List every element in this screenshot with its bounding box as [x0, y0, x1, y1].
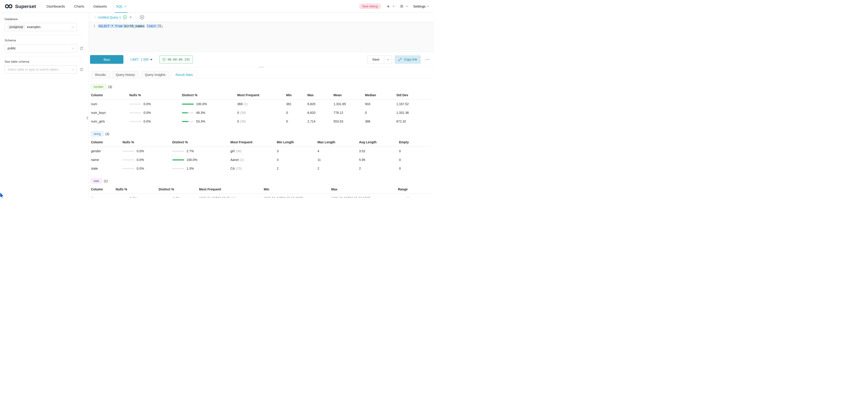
navbar: Superset Dashboards Charts Datasets SQL … — [0, 0, 434, 13]
most-frequent-cell: girl(39) — [230, 147, 277, 155]
most-frequent-cell: Aaron(1) — [230, 155, 277, 164]
resize-handle[interactable] — [257, 67, 266, 68]
query-tab[interactable]: Untitled Query 1 — [91, 13, 135, 22]
stat-value-cell: 361 — [286, 100, 307, 108]
table-header-cell: Min — [264, 185, 331, 194]
timer-value: 00:00:00.192 — [167, 58, 190, 61]
nav-charts[interactable]: Charts — [69, 0, 89, 13]
refresh-schemas-icon[interactable] — [80, 47, 84, 50]
type-badge: string — [91, 131, 103, 136]
database-label: Database — [5, 18, 84, 21]
stat-value-cell: 1,167.52 — [396, 100, 431, 108]
tab-query-history[interactable]: Query history — [112, 71, 139, 79]
schema-select[interactable]: public — [5, 44, 77, 52]
sql-editor[interactable]: 1 SELECT * from birth_names limit 75; — [89, 22, 434, 52]
theme-toggle[interactable] — [400, 4, 408, 8]
more-options-button[interactable] — [424, 58, 431, 61]
stat-value-cell: 1,331.65 — [334, 100, 365, 108]
copy-link-label: Copy link — [404, 58, 417, 61]
column-count: (3) — [108, 85, 112, 89]
stat-value-cell: 3.52 — [359, 147, 399, 155]
results-panel: Results Query history Query Insights Res… — [89, 67, 434, 198]
schema-label: Schema — [5, 39, 84, 42]
table-header-cell: Min Length — [277, 138, 317, 147]
table-header-cell: Nulls % — [123, 138, 172, 147]
code-token: ; — [161, 24, 163, 28]
refresh-tables-icon[interactable] — [80, 68, 84, 71]
table-header-cell: Avg Length — [359, 138, 399, 147]
copy-link-button[interactable]: Copy link — [395, 55, 421, 64]
code-token: SELECT — [98, 24, 110, 28]
check-circle-icon — [123, 15, 127, 19]
nav-dashboards[interactable]: Dashboards — [42, 0, 69, 13]
nulls-pct-cell: 0.0% — [123, 164, 172, 173]
table-header-cell: Max — [307, 91, 334, 100]
settings-menu[interactable]: Settings — [413, 4, 429, 8]
close-tab-icon[interactable] — [129, 16, 132, 19]
stat-value-cell: 2,714 — [307, 117, 334, 126]
save-dropdown-button[interactable] — [384, 55, 392, 64]
stat-value-cell: 0 — [365, 108, 396, 117]
stat-value-cell: 3 — [277, 147, 317, 155]
primary-nav: Dashboards Charts Datasets SQL — [42, 0, 130, 13]
column-name-cell: gender — [91, 147, 123, 155]
settings-label: Settings — [413, 4, 426, 8]
most-frequent-cell: 0(39) — [237, 108, 286, 117]
stat-value-cell: 2 — [317, 164, 359, 173]
stats-section-date: date(1)ColumnNulls %Distinct %Most Frequ… — [91, 179, 431, 198]
chevron-down-icon — [427, 5, 429, 7]
nav-sql[interactable]: SQL — [112, 0, 131, 13]
brand[interactable]: Superset — [5, 4, 36, 9]
stat-value-cell: 386 — [365, 117, 396, 126]
distinct-pct-cell: 100.0% — [182, 100, 237, 108]
nulls-pct-cell: 0.0% — [129, 100, 182, 108]
environment-badge: flask-debug — [359, 4, 381, 9]
brand-name: Superset — [15, 4, 36, 9]
collapse-sidebar-button[interactable] — [86, 116, 88, 120]
database-select[interactable]: postgresql examples — [5, 23, 77, 31]
stat-value-cell: 0 — [399, 155, 431, 164]
type-badge: number — [91, 84, 106, 89]
distinct-bar — [172, 168, 184, 169]
stat-value-cell: same day — [398, 194, 431, 198]
save-button[interactable]: Save — [367, 55, 384, 64]
save-split-button: Save — [367, 55, 392, 64]
most-frequent-cell: 1965-01-01T00:00:00(75) — [199, 194, 264, 198]
tab-query-insights[interactable]: Query Insights — [141, 71, 169, 79]
nulls-pct-cell: 0.0% — [123, 147, 172, 155]
nav-datasets[interactable]: Datasets — [89, 0, 112, 13]
plus-circle-icon — [140, 15, 144, 20]
chevron-down-icon — [71, 68, 74, 70]
code-token: 75 — [158, 24, 161, 28]
distinct-bar — [182, 121, 194, 122]
nulls-bar — [123, 168, 134, 169]
stat-value-cell: 3 — [277, 155, 317, 164]
stat-value-cell: 1,331.36 — [396, 108, 431, 117]
table-header-cell: Max — [331, 185, 398, 194]
code-token: birth_names — [123, 24, 145, 28]
tab-result-stats[interactable]: Result Stats — [172, 71, 197, 79]
limit-dropdown[interactable]: LIMIT: 1 000 — [130, 58, 152, 61]
sqllab-layout: Database postgresql examples Schema publ… — [0, 13, 434, 198]
table-header-cell: Mean — [334, 91, 365, 100]
limit-value: 1 000 — [141, 58, 149, 61]
table-select[interactable]: Select table or type to search tables — [5, 65, 77, 73]
navbar-right: flask-debug Settings — [359, 4, 429, 9]
caret-down-icon — [150, 59, 152, 60]
column-name-cell: ds — [91, 194, 116, 198]
code-token — [156, 24, 158, 28]
distinct-pct-cell: 53.3% — [182, 117, 237, 126]
sun-icon — [400, 4, 404, 8]
run-button[interactable]: Run — [90, 55, 123, 64]
table-select-placeholder: Select table or type to search tables — [7, 68, 59, 71]
stat-value-cell: 11 — [317, 155, 359, 164]
toolbar-right: Save Copy link — [367, 55, 431, 64]
new-tab-button[interactable] — [140, 15, 144, 20]
add-new-button[interactable] — [386, 5, 394, 8]
table-header-cell: Distinct % — [159, 185, 199, 194]
nav-sql-label: SQL — [116, 4, 123, 8]
tab-results[interactable]: Results — [91, 71, 110, 79]
table-header-cell: Column — [91, 185, 116, 194]
table-header-cell: Most Frequent — [199, 185, 264, 194]
stats-table: ColumnNulls %Distinct %Most FrequentMin … — [91, 138, 431, 173]
